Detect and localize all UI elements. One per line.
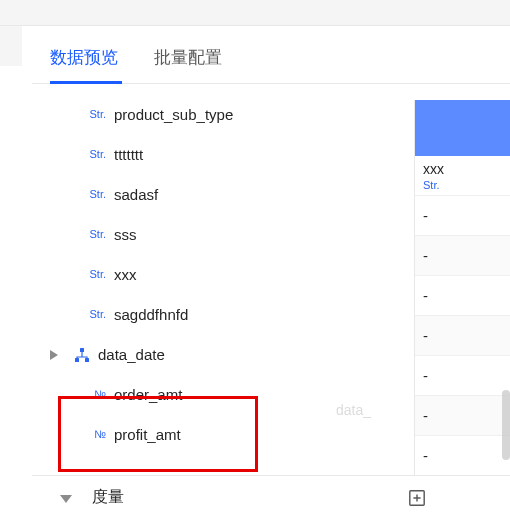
preview-cell-value: xxx <box>423 161 502 177</box>
left-gutter <box>0 26 22 66</box>
svg-rect-1 <box>80 348 84 352</box>
tab-data-preview[interactable]: 数据预览 <box>50 46 118 83</box>
top-toolbar-strip <box>0 0 510 26</box>
expand-icon[interactable] <box>50 348 60 359</box>
tabs-bar: 数据预览 批量配置 <box>32 26 510 84</box>
tab-batch-config[interactable]: 批量配置 <box>154 46 222 83</box>
type-badge-number: № <box>80 388 106 400</box>
field-name: order_amt <box>114 386 182 403</box>
right-preview-column: xxx Str. - - - - - - - <box>414 100 510 476</box>
type-badge-string: Str. <box>80 268 106 280</box>
field-name: profit_amt <box>114 426 181 443</box>
type-badge-string: Str. <box>80 148 106 160</box>
field-name: sss <box>114 226 137 243</box>
preview-cell: - <box>415 436 510 476</box>
field-name: sadasf <box>114 186 158 203</box>
preview-cell: - <box>415 396 510 436</box>
svg-rect-3 <box>85 358 89 362</box>
type-badge-string: Str. <box>80 228 106 240</box>
preview-cell: - <box>415 276 510 316</box>
type-badge-string: Str. <box>80 108 106 120</box>
collapse-icon[interactable] <box>60 489 72 507</box>
field-name: data_date <box>98 346 165 363</box>
field-name: ttttttt <box>114 146 143 163</box>
preview-cell: - <box>415 356 510 396</box>
svg-rect-2 <box>75 358 79 362</box>
field-name: sagddfhnfd <box>114 306 188 323</box>
preview-cell-header: xxx Str. <box>415 156 510 196</box>
field-name: product_sub_type <box>114 106 233 123</box>
type-badge-string: Str. <box>80 308 106 320</box>
section-footer: 度量 <box>32 475 510 519</box>
preview-cell: - <box>415 316 510 356</box>
section-title: 度量 <box>92 487 408 508</box>
scrollbar-thumb[interactable] <box>502 390 510 460</box>
preview-cell: - <box>415 196 510 236</box>
column-header-blue[interactable] <box>415 100 510 156</box>
type-badge-number: № <box>80 428 106 440</box>
type-badge-string: Str. <box>80 188 106 200</box>
field-name: xxx <box>114 266 137 283</box>
add-icon[interactable] <box>408 488 426 507</box>
preview-cell: - <box>415 236 510 276</box>
preview-cell-type: Str. <box>423 179 502 191</box>
hierarchy-icon <box>64 345 90 363</box>
